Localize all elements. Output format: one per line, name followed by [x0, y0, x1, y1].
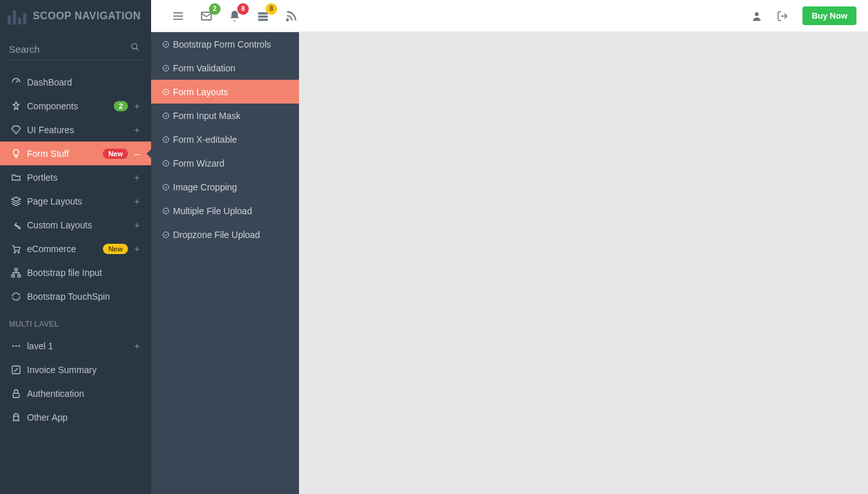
svg-point-20 — [163, 184, 169, 190]
submenu-item-form-wizard[interactable]: Form Wizard — [151, 151, 299, 175]
svg-point-13 — [17, 416, 17, 416]
check-icon — [160, 183, 172, 191]
sidebar-item-invoice[interactable]: Invoice Summary — [0, 358, 151, 381]
submenu-item-image-cropping[interactable]: Image Cropping — [151, 175, 299, 199]
expand-icon: + — [132, 341, 142, 351]
svg-point-7 — [12, 345, 14, 347]
wrench-icon — [9, 220, 23, 230]
inbox-icon[interactable]: 8 — [257, 10, 269, 23]
sidebar-item-components[interactable]: Components 2 + — [0, 94, 151, 118]
sidebar-nav-secondary: lavel 1 + Invoice Summary Authentication… — [0, 334, 151, 429]
svg-point-22 — [163, 232, 169, 237]
check-icon — [160, 207, 172, 215]
search-icon[interactable] — [131, 42, 140, 51]
sidebar-item-label: Bootstrap file Input — [27, 268, 142, 278]
check-icon — [160, 231, 172, 239]
submenu-list: Bootstrap Form Controls Form Validation … — [151, 32, 299, 246]
submenu-item-form-input-mask[interactable]: Form Input Mask — [151, 104, 299, 127]
sidebar-item-label: Page Layouts — [27, 196, 128, 206]
pin-icon — [9, 101, 23, 111]
check-icon — [160, 64, 172, 72]
svg-point-0 — [132, 44, 137, 49]
rss-icon[interactable] — [285, 10, 298, 23]
submenu-item-label: Form X-editable — [173, 134, 237, 145]
sidebar-item-ui-features[interactable]: UI Features + — [0, 118, 151, 142]
svg-rect-6 — [18, 275, 21, 277]
sidebar-item-portlets[interactable]: Portlets + — [0, 165, 151, 189]
badge-new: New — [103, 149, 128, 159]
sidebar-item-other-app[interactable]: Other App — [0, 405, 151, 429]
brand-title: SCOOP NAVIGATION — [33, 10, 141, 22]
submenu-item-form-x-editable[interactable]: Form X-editable — [151, 127, 299, 151]
sidebar-item-dashboard[interactable]: DashBoard — [0, 70, 151, 94]
submenu-item-dropzone-file-upload[interactable]: Dropzone File Upload — [151, 223, 299, 246]
collapse-icon: – — [132, 149, 142, 159]
sidebar-item-custom-layouts[interactable]: Custom Layouts + — [0, 213, 151, 237]
sidebar-item-bootstrap-file-input[interactable]: Bootstrap file Input — [0, 261, 151, 284]
logout-icon[interactable] — [777, 10, 788, 22]
sidebar-item-form-stuff[interactable]: Form Stuff New – — [0, 142, 151, 165]
svg-rect-28 — [258, 19, 268, 21]
submenu-item-label: Bootstrap Form Controls — [173, 39, 271, 50]
submenu-item-form-layouts[interactable]: Form Layouts — [151, 80, 299, 104]
sidebar-item-label: Form Stuff — [27, 149, 99, 159]
submenu-item-bootstrap-form-controls[interactable]: Bootstrap Form Controls — [151, 32, 299, 56]
sidebar-item-label: Invoice Summary — [27, 365, 142, 375]
dots-icon — [9, 341, 23, 351]
cart-icon — [9, 244, 23, 254]
section-header-multilevel: MULTI LAVEL — [0, 308, 151, 334]
bell-icon[interactable]: 8 — [228, 10, 241, 23]
brand: SCOOP NAVIGATION — [0, 0, 151, 32]
expand-icon: + — [132, 244, 142, 254]
sidebar-item-label: Components — [27, 101, 110, 111]
speedometer-icon — [9, 77, 23, 87]
check-icon — [160, 88, 172, 96]
edit-icon — [9, 365, 23, 375]
submenu-item-label: Form Input Mask — [173, 111, 240, 121]
badge-new: New — [103, 244, 128, 254]
svg-point-16 — [163, 89, 169, 95]
svg-point-17 — [163, 113, 169, 118]
sidebar-item-label: Bootstrap TouchSpin — [27, 291, 142, 302]
sidebar-item-label: Custom Layouts — [27, 220, 128, 230]
submenu-item-multiple-file-upload[interactable]: Multiple File Upload — [151, 199, 299, 223]
layers-icon — [9, 196, 23, 206]
svg-point-21 — [163, 208, 169, 214]
submenu-item-label: Form Wizard — [173, 158, 224, 169]
menu-toggle-icon[interactable] — [172, 10, 185, 23]
search-row — [0, 39, 151, 60]
svg-point-15 — [163, 65, 169, 71]
brand-logo-icon — [8, 8, 26, 24]
svg-point-3 — [18, 252, 19, 253]
sidebar-item-authentication[interactable]: Authentication — [0, 381, 151, 405]
svg-point-12 — [14, 416, 15, 416]
badge-count: 2 — [114, 101, 128, 111]
sidebar-item-page-layouts[interactable]: Page Layouts + — [0, 189, 151, 213]
sidebar-item-bootstrap-touchspin[interactable]: Bootstrap TouchSpin — [0, 284, 151, 308]
ghost-icon — [9, 412, 23, 423]
folder-icon — [9, 172, 23, 183]
sidebar-item-label: DashBoard — [27, 77, 142, 87]
user-icon[interactable] — [751, 10, 763, 22]
sidebar-item-level1[interactable]: lavel 1 + — [0, 334, 151, 358]
svg-point-29 — [287, 19, 289, 21]
sitemap-icon — [9, 268, 23, 278]
svg-point-19 — [163, 160, 169, 166]
submenu-panel: Bootstrap Form Controls Form Validation … — [151, 32, 299, 494]
sidebar-item-ecommerce[interactable]: eCommerce New + — [0, 237, 151, 261]
expand-icon: + — [132, 125, 142, 135]
buy-now-button[interactable]: Buy Now — [802, 6, 856, 25]
submenu-item-form-validation[interactable]: Form Validation — [151, 56, 299, 80]
svg-line-1 — [136, 48, 139, 51]
check-icon — [160, 41, 172, 48]
check-icon — [160, 136, 172, 143]
svg-point-14 — [163, 41, 169, 47]
sidebar-nav: DashBoard Components 2 + UI Features + F… — [0, 70, 151, 308]
submenu-item-label: Image Cropping — [173, 182, 237, 192]
submenu-item-label: Multiple File Upload — [173, 206, 252, 216]
topbar: 2 8 8 Buy Now — [151, 0, 868, 32]
sidebar-item-label: UI Features — [27, 125, 128, 135]
bulb-icon — [9, 149, 23, 159]
mail-icon[interactable]: 2 — [200, 10, 213, 23]
search-input[interactable] — [8, 39, 143, 60]
